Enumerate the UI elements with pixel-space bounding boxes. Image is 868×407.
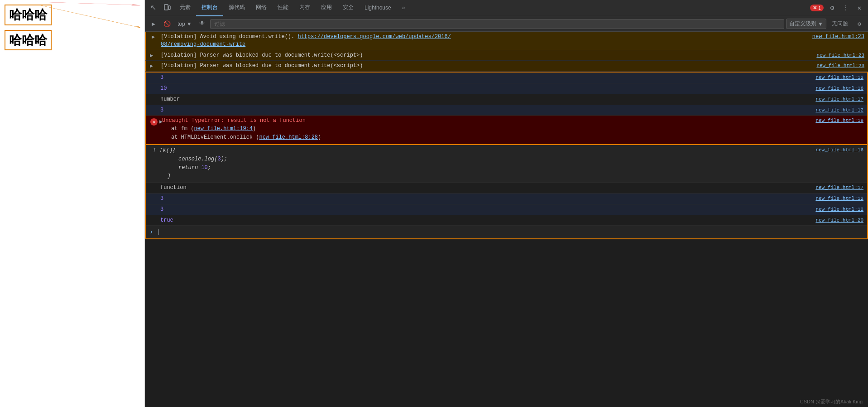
violation-1-source-inline[interactable]: new_file.html:23	[812, 33, 864, 41]
code-line-3-text: return	[178, 165, 201, 171]
violation-3-source[interactable]: new_file.html:23	[816, 63, 864, 68]
error-detail-2-link[interactable]: new_file.html:8:28	[259, 134, 318, 141]
code-line-3: return 10;	[153, 164, 808, 172]
violation-2-source[interactable]: new_file.html:23	[816, 53, 864, 58]
code-source[interactable]: new_file.html:16	[815, 147, 863, 153]
code-num-3: 3	[217, 156, 221, 162]
log-level-selector[interactable]: 自定义级别 ▼	[786, 19, 826, 29]
console-row-log-function: function new_file.html:17	[146, 183, 867, 194]
violation-3-content: [Violation] Parser was blocked due to do…	[161, 62, 809, 70]
log-3-4-value: 3	[160, 206, 163, 213]
execute-button[interactable]: ▶	[148, 18, 159, 30]
tab-security[interactable]: 安全	[337, 0, 359, 16]
console-row-violation-3: ▶ [Violation] Parser was blocked due to …	[145, 61, 868, 72]
console-row-code: f fk(){ console.log(3); return 10; }	[146, 145, 867, 183]
violation-1-link[interactable]: https://developers.google.com/web/update…	[297, 34, 451, 40]
prompt-cursor: |	[157, 229, 160, 235]
tab-device[interactable]	[160, 0, 174, 16]
svg-rect-5	[168, 6, 170, 10]
tab-console[interactable]: 控制台	[196, 0, 223, 16]
log-3-4-source[interactable]: new_file.html:12	[815, 207, 863, 212]
log-10-value: 10	[160, 85, 167, 92]
log-function-source[interactable]: new_file.html:17	[815, 185, 863, 190]
more-options-button[interactable]: ⋮	[839, 2, 852, 15]
log-true-source[interactable]: new_file.html:20	[815, 218, 863, 223]
tab-elements[interactable]: 元素	[174, 0, 196, 16]
log-level-chevron: ▼	[818, 21, 823, 27]
console-row-log-3-1: 3 new_file.html:12	[146, 73, 867, 83]
log-3-1-content: 3	[160, 74, 808, 82]
log-3-1-source[interactable]: new_file.html:12	[815, 75, 863, 80]
log-true-content: true	[160, 217, 808, 224]
live-expressions-button[interactable]: 👁	[197, 18, 208, 30]
tab-lighthouse[interactable]: Lighthouse	[359, 0, 397, 16]
devtools-panel: ↖ 元素 控制台 源代码 网络 性能 内存 应用 安全 Lighthouse »…	[145, 0, 868, 407]
tab-performance[interactable]: 性能	[272, 0, 294, 16]
code-line-1: f fk(){	[153, 146, 808, 155]
violation-1-link2[interactable]: 08/removing-document-write	[161, 41, 245, 48]
tab-cursor[interactable]: ↖	[147, 0, 160, 16]
code-line-2-text: console.log(	[178, 156, 217, 162]
violation-1-text: [Violation] Avoid using document.write()…	[161, 34, 297, 40]
console-row-log-number: number new_file.html:17	[146, 94, 867, 105]
console-settings-button[interactable]: ⚙	[854, 18, 865, 30]
console-output[interactable]: ▶ [Violation] Avoid using document.write…	[145, 32, 868, 397]
close-button[interactable]: ✕	[853, 2, 866, 15]
clear-button[interactable]: 🚫	[161, 18, 173, 30]
log-function-value: function	[160, 184, 187, 191]
log-3-2-source[interactable]: new_file.html:12	[815, 107, 863, 113]
console-row-violation-1: ▶ [Violation] Avoid using document.write…	[145, 32, 868, 50]
tab-network[interactable]: 网络	[250, 0, 272, 16]
console-row-violation-2: ▶ [Violation] Parser was blocked due to …	[145, 50, 868, 61]
triangle-icon-2: ▶	[150, 52, 153, 59]
error-count-badge: ✕ 1	[810, 5, 824, 11]
tab-application[interactable]: 应用	[316, 0, 337, 16]
svg-rect-4	[164, 5, 168, 10]
violation-2-content: [Violation] Parser was blocked due to do…	[161, 52, 809, 59]
violation-2-text: [Violation] Parser was blocked due to do…	[161, 52, 363, 58]
tab-more[interactable]: »	[397, 0, 411, 16]
code-line-4: }	[153, 172, 808, 181]
no-issues-button[interactable]: 无问题	[828, 19, 852, 29]
error-count: 1	[818, 5, 821, 11]
no-issues-label: 无问题	[832, 20, 848, 28]
orange-section-2: f fk(){ console.log(3); return 10; }	[145, 145, 868, 240]
filter-input[interactable]	[210, 19, 785, 29]
violation-3-text: [Violation] Parser was blocked due to do…	[161, 63, 363, 69]
console-row-log-10: 10 new_file.html:16	[146, 83, 867, 94]
code-brace: }	[168, 173, 171, 179]
webpage-content: 哈哈哈 哈哈哈	[0, 0, 144, 55]
error-detail-2: at HTMLDivElement.onclick (new_file.html…	[171, 133, 321, 142]
log-3-2-content: 3	[160, 107, 808, 114]
webpage-panel: 哈哈哈 哈哈哈	[0, 0, 145, 407]
error-details: at fm (new_file.html:19:4) at HTMLDivEle…	[162, 125, 321, 142]
log-3-3-source[interactable]: new_file.html:12	[815, 196, 863, 201]
code-keyword-f: f	[153, 147, 156, 154]
error-text: Uncaught TypeError: result is not a func…	[162, 117, 306, 124]
tab-memory[interactable]: 内存	[294, 0, 316, 16]
console-toolbar: ▶ 🚫 top ▼ 👁 自定义级别 ▼ 无问题 ⚙	[145, 16, 868, 32]
log-3-3-value: 3	[160, 195, 163, 202]
console-row-log-3-3: 3 new_file.html:12	[146, 194, 867, 204]
settings-button[interactable]: ⚙	[826, 2, 839, 15]
log-3-1-value: 3	[160, 74, 163, 81]
context-label: top	[177, 21, 185, 27]
tab-sources[interactable]: 源代码	[223, 0, 250, 16]
haha-text-2: 哈哈哈	[5, 30, 52, 51]
triangle-icon-1: ▶	[152, 34, 155, 40]
console-prompt-row[interactable]: › |	[146, 226, 867, 238]
log-3-2-value: 3	[160, 107, 163, 113]
error-source[interactable]: new_file.html:19	[815, 118, 863, 123]
log-number-source[interactable]: new_file.html:17	[815, 97, 863, 102]
log-function-content: function	[160, 184, 808, 192]
log-3-3-content: 3	[160, 195, 808, 203]
context-selector[interactable]: top ▼	[175, 20, 195, 28]
error-detail-1-link[interactable]: new_file.html:19:4	[194, 126, 253, 132]
log-level-label: 自定义级别	[789, 20, 816, 28]
error-triangle: ▶	[159, 118, 163, 125]
log-10-source[interactable]: new_file.html:16	[815, 86, 863, 91]
code-line-1-text: fk(){	[159, 147, 176, 154]
haha-text-1: 哈哈哈	[5, 5, 52, 25]
devtools-tab-bar: ↖ 元素 控制台 源代码 网络 性能 内存 应用 安全 Lighthouse »…	[145, 0, 868, 16]
console-row-log-3-4: 3 new_file.html:12	[146, 204, 867, 215]
